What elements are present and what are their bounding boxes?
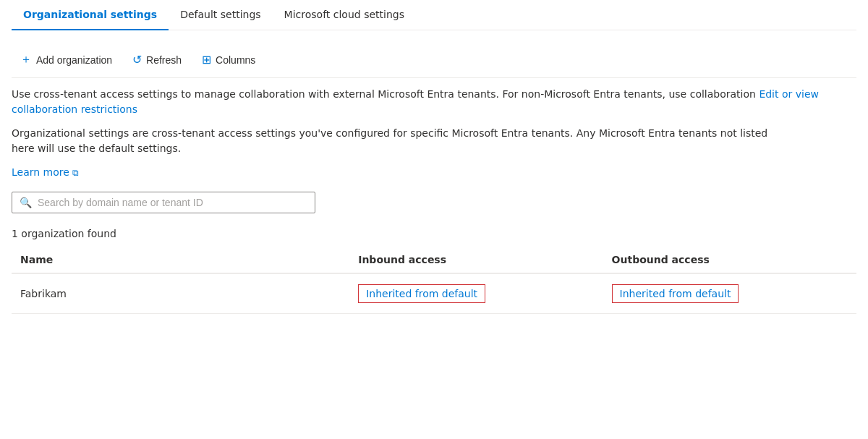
col-header-name: Name bbox=[12, 247, 349, 273]
learn-more-label: Learn more bbox=[12, 165, 69, 180]
description-line2b: here will use the default settings. bbox=[12, 142, 181, 154]
description-line1: Use cross-tenant access settings to mana… bbox=[12, 88, 756, 100]
tabs-nav: Organizational settings Default settings… bbox=[12, 0, 856, 30]
description-block-2: Organizational settings are cross-tenant… bbox=[12, 126, 856, 156]
tab-org-settings[interactable]: Organizational settings bbox=[12, 0, 169, 30]
plus-icon: ＋ bbox=[20, 52, 32, 67]
description-block-1: Use cross-tenant access settings to mana… bbox=[12, 87, 856, 117]
tab-ms-cloud-settings[interactable]: Microsoft cloud settings bbox=[273, 0, 416, 30]
cell-org-name: Fabrikam bbox=[12, 273, 349, 314]
table-header: Name Inbound access Outbound access bbox=[12, 247, 856, 273]
cell-inbound-access: Inherited from default bbox=[349, 273, 603, 314]
refresh-label: Refresh bbox=[146, 54, 182, 66]
refresh-button[interactable]: ↺ Refresh bbox=[124, 48, 190, 71]
results-count: 1 organization found bbox=[12, 228, 856, 239]
columns-label: Columns bbox=[216, 54, 255, 66]
col-header-outbound: Outbound access bbox=[603, 247, 856, 273]
add-organization-button[interactable]: ＋ Add organization bbox=[12, 48, 121, 72]
search-icon: 🔍 bbox=[20, 197, 32, 208]
page-container: Organizational settings Default settings… bbox=[0, 0, 868, 439]
add-org-label: Add organization bbox=[36, 54, 112, 66]
tab-default-settings[interactable]: Default settings bbox=[169, 0, 272, 30]
external-link-icon: ⧉ bbox=[72, 166, 79, 179]
col-header-inbound: Inbound access bbox=[349, 247, 603, 273]
table-body: FabrikamInherited from defaultInherited … bbox=[12, 273, 856, 314]
columns-button[interactable]: ⊞ Columns bbox=[193, 48, 264, 71]
columns-icon: ⊞ bbox=[202, 53, 211, 67]
table-header-row: Name Inbound access Outbound access bbox=[12, 247, 856, 273]
description-line2a: Organizational settings are cross-tenant… bbox=[12, 127, 767, 139]
description-section: Use cross-tenant access settings to mana… bbox=[12, 87, 856, 180]
search-container: 🔍 bbox=[12, 192, 856, 213]
cell-outbound-access: Inherited from default bbox=[603, 273, 856, 314]
learn-more-link[interactable]: Learn more ⧉ bbox=[12, 165, 79, 180]
refresh-icon: ↺ bbox=[132, 53, 142, 67]
inbound-inherited-badge[interactable]: Inherited from default bbox=[358, 284, 485, 303]
outbound-inherited-badge[interactable]: Inherited from default bbox=[612, 284, 739, 303]
search-wrapper: 🔍 bbox=[12, 192, 315, 213]
organizations-table: Name Inbound access Outbound access Fabr… bbox=[12, 247, 856, 314]
table-row: FabrikamInherited from defaultInherited … bbox=[12, 273, 856, 314]
toolbar: ＋ Add organization ↺ Refresh ⊞ Columns bbox=[12, 42, 856, 78]
search-input[interactable] bbox=[38, 197, 307, 208]
